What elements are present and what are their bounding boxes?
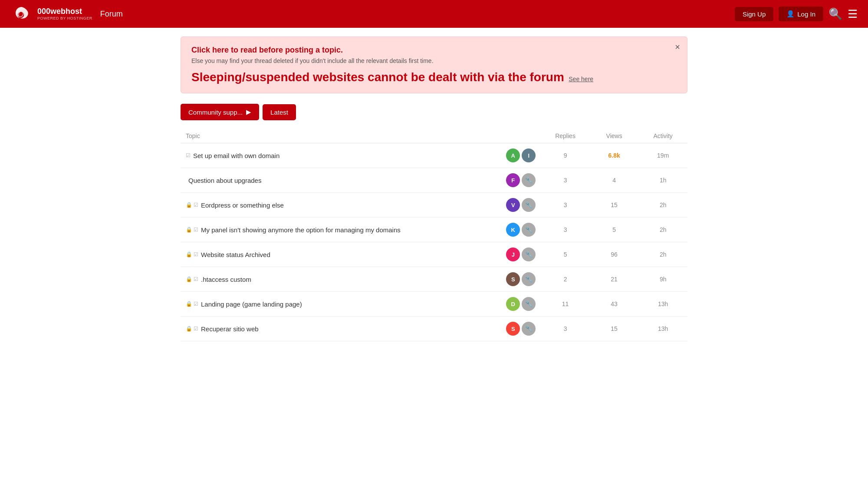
table-header: Topic Replies Views Activity <box>181 129 687 143</box>
activity-time: 2h <box>638 242 687 267</box>
activity-time: 2h <box>638 193 687 218</box>
notice-warning-container: Sleeping/suspended websites cannot be de… <box>191 70 677 84</box>
system-avatar: 🔧 <box>522 248 536 261</box>
replies-count: 2 <box>541 267 590 292</box>
login-button[interactable]: 👤 Log In <box>779 7 823 21</box>
table-row: Question about upgradesF🔧341h <box>181 168 687 193</box>
replies-count: 3 <box>541 168 590 193</box>
system-avatar: 🔧 <box>522 173 536 187</box>
search-icon: 🔍 <box>829 7 842 21</box>
solved-icon: ☑ <box>194 227 198 233</box>
views-count: 6.8k <box>590 143 639 168</box>
activity-time: 19m <box>638 143 687 168</box>
header: 000webhost POWERED BY HOSTINGER Forum Si… <box>0 0 868 28</box>
table-row: 🔒☑Landing page (game landing page)D🔧1143… <box>181 292 687 317</box>
lock-icon: 🔒 <box>186 276 192 282</box>
latest-button[interactable]: Latest <box>263 104 296 120</box>
topic-icons: 🔒☑ <box>186 276 198 282</box>
solved-icon: ☑ <box>194 276 198 282</box>
topic-icons: ☑ <box>186 152 191 158</box>
lock-icon: 🔒 <box>186 326 192 332</box>
search-button[interactable]: 🔍 <box>829 7 842 21</box>
avatar: S <box>506 272 520 286</box>
col-header-replies: Replies <box>541 129 590 143</box>
avatar: A <box>506 148 520 162</box>
signup-button[interactable]: Sign Up <box>735 7 773 21</box>
hamburger-button[interactable]: ☰ <box>848 7 858 21</box>
topic-title[interactable]: Question about upgrades <box>188 177 261 184</box>
views-count: 4 <box>590 168 639 193</box>
system-avatar: 🔧 <box>522 297 536 311</box>
replies-count: 11 <box>541 292 590 317</box>
system-avatar: 🔧 <box>522 322 536 336</box>
topic-title[interactable]: My panel isn't showing anymore the optio… <box>201 226 401 234</box>
login-label: Log In <box>797 10 815 18</box>
topic-icons: 🔒☑ <box>186 227 198 233</box>
topic-title[interactable]: Eordpress or something else <box>201 201 284 209</box>
topic-icons: 🔒☑ <box>186 202 198 208</box>
notice-close-button[interactable]: × <box>675 42 680 52</box>
views-count: 5 <box>590 218 639 242</box>
views-count: 15 <box>590 317 639 341</box>
topic-avatars: D🔧 <box>490 297 536 311</box>
forum-label: Forum <box>100 10 123 19</box>
community-label: Community supp... <box>188 109 243 116</box>
topics-table: Topic Replies Views Activity ☑Set up ema… <box>181 129 687 341</box>
user-icon: 👤 <box>786 10 795 18</box>
avatar: F <box>506 173 520 187</box>
hamburger-icon: ☰ <box>848 7 858 21</box>
system-avatar: 🔧 <box>522 272 536 286</box>
lock-icon: 🔒 <box>186 202 192 208</box>
activity-time: 13h <box>638 292 687 317</box>
replies-count: 3 <box>541 218 590 242</box>
views-count: 43 <box>590 292 639 317</box>
notice-banner: × Click here to read before posting a to… <box>181 36 687 93</box>
topic-avatars: J🔧 <box>490 248 536 261</box>
topic-title[interactable]: Website status Archived <box>201 251 270 258</box>
notice-warning-text: Sleeping/suspended websites cannot be de… <box>191 70 564 84</box>
replies-count: 9 <box>541 143 590 168</box>
solved-icon: ☑ <box>186 152 191 158</box>
replies-count: 3 <box>541 317 590 341</box>
lock-icon: 🔒 <box>186 251 192 257</box>
main-content: × Click here to read before posting a to… <box>174 28 694 350</box>
logo-text: 000webhost POWERED BY HOSTINGER <box>37 7 92 20</box>
table-row: 🔒☑My panel isn't showing anymore the opt… <box>181 218 687 242</box>
table-row: ☑Set up email with own domainAI96.8k19m <box>181 143 687 168</box>
solved-icon: ☑ <box>194 251 198 257</box>
topic-title[interactable]: Set up email with own domain <box>193 152 279 159</box>
system-avatar: 🔧 <box>522 223 536 237</box>
replies-count: 3 <box>541 193 590 218</box>
col-header-users <box>485 129 541 143</box>
col-header-topic: Topic <box>181 129 485 143</box>
topic-title[interactable]: Landing page (game landing page) <box>201 300 302 308</box>
lock-icon: 🔒 <box>186 227 192 233</box>
activity-time: 13h <box>638 317 687 341</box>
solved-icon: ☑ <box>194 301 198 307</box>
views-count: 96 <box>590 242 639 267</box>
topic-avatars: S🔧 <box>490 322 536 336</box>
topic-title[interactable]: Recuperar sitio web <box>201 325 259 333</box>
topic-avatars: K🔧 <box>490 223 536 237</box>
topic-avatars: AI <box>490 148 536 162</box>
avatar: I <box>522 148 536 162</box>
avatar: S <box>506 322 520 336</box>
logo-powered: POWERED BY HOSTINGER <box>37 16 92 20</box>
header-left: 000webhost POWERED BY HOSTINGER Forum <box>10 3 123 25</box>
svg-point-0 <box>10 3 33 25</box>
community-support-button[interactable]: Community supp... ▶ <box>181 104 259 120</box>
lock-icon: 🔒 <box>186 301 192 307</box>
topic-title[interactable]: .htaccess custom <box>201 276 251 283</box>
table-row: 🔒☑.htaccess customS🔧2219h <box>181 267 687 292</box>
see-here-link[interactable]: See here <box>569 76 593 82</box>
notice-body: Else you may find your thread deleted if… <box>191 57 677 64</box>
avatar: J <box>506 248 520 261</box>
col-header-views: Views <box>590 129 639 143</box>
dropdown-arrow-icon: ▶ <box>246 108 251 116</box>
avatar: V <box>506 198 520 212</box>
topic-avatars: V🔧 <box>490 198 536 212</box>
table-row: 🔒☑Recuperar sitio webS🔧31513h <box>181 317 687 341</box>
avatar: D <box>506 297 520 311</box>
notice-title[interactable]: Click here to read before posting a topi… <box>191 46 677 55</box>
topics-body: ☑Set up email with own domainAI96.8k19mQ… <box>181 143 687 341</box>
